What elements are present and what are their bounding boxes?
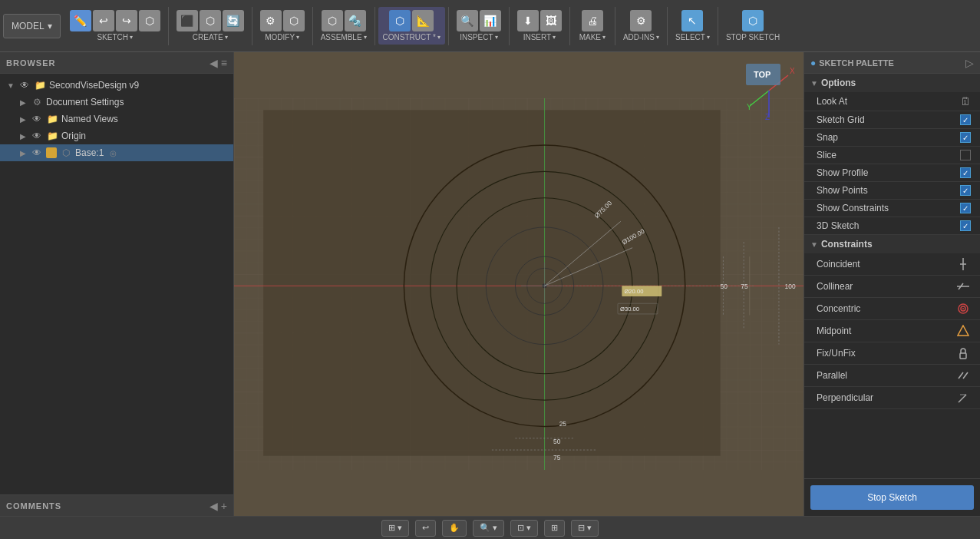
comments-collapse-icon[interactable]: ◀ [210,500,218,512]
palette-midpoint[interactable]: Midpoint [804,320,980,342]
toolbar-create[interactable]: ⬛ ⬡ 🔄 CREATE ▾ [172,7,249,45]
sketch-grid-checkbox[interactable] [960,114,971,125]
palette-3d-sketch[interactable]: 3D Sketch [804,217,980,235]
toolbar-sketch[interactable]: ✏️ ↩ ↪ ⬡ SKETCH ▾ [65,7,165,45]
model-dropdown[interactable]: MODEL ▾ [3,14,61,38]
palette-show-points[interactable]: Show Points [804,182,980,200]
view-cube[interactable]: X Y Z TOP [742,60,796,121]
svg-rect-3 [263,110,720,455]
tree-container: ▼ 👁 📁 SecondViseDesign v9 ▶ ⚙ Document S… [0,74,233,494]
comments-expand-icon[interactable]: + [221,500,227,512]
palette-collinear[interactable]: Collinear [804,276,980,298]
grid-btn[interactable]: ⊞ [544,520,565,537]
toolbar-inspect-label: INSPECT ▾ [460,33,497,41]
toolbar-addins-icons: ⚙ [630,10,652,31]
palette-fix-unfix[interactable]: Fix/UnFix [804,342,980,365]
palette-perpendicular[interactable]: Perpendicular [804,387,980,409]
midpoint-label: Midpoint [817,326,851,336]
pan-btn[interactable]: ✋ [442,520,467,537]
toolbar-construct-label: CONSTRUCT * ▾ [383,33,441,41]
toolbar-sketch-icons: ✏️ ↩ ↪ ⬡ [70,10,160,31]
toolbar-modify[interactable]: ⚙ ⬡ MODIFY ▾ [256,7,309,45]
display-btn[interactable]: ⊡ ▾ [510,520,538,537]
browser-header-icons: ◀ ≡ [210,57,227,69]
svg-text:X: X [790,67,795,75]
toolbar-insert[interactable]: ⬇ 🖼 INSERT ▾ [513,7,566,45]
palette-show-profile[interactable]: Show Profile [804,164,980,182]
sidebar: BROWSER ◀ ≡ ▼ 👁 📁 SecondViseDesign v9 ▶ … [0,52,234,516]
show-profile-checkbox[interactable] [960,167,971,178]
pan-icon: ✋ [449,523,460,533]
constraints-section: ▼ Constraints Coincident Collinear Conce… [804,235,980,409]
inspect-icon2: 📊 [480,10,501,31]
canvas-area[interactable]: Ø75.00 Ø100.00 Ø20.00 Ø30.00 50 75 100 [234,52,803,516]
tree-origin[interactable]: ▶ 👁 📁 Origin [0,127,233,144]
perpendicular-label: Perpendicular [817,392,873,403]
dim-50-bottom: 50 [553,438,561,445]
zoom-arrow: ▾ [493,523,497,533]
constraints-section-header[interactable]: ▼ Constraints [804,235,980,253]
display-arrow: ▾ [526,523,531,533]
model-arrow: ▾ [48,21,52,31]
sep9 [667,7,668,45]
origin-folder-icon: 📁 [46,130,58,142]
doc-arrow: ▶ [18,98,28,107]
toolbar-construct[interactable]: ⬡ 📐 CONSTRUCT * ▾ [378,7,445,45]
toolbar-select[interactable]: ↖ SELECT ▾ [671,7,714,45]
3d-sketch-checkbox[interactable] [960,220,971,231]
toolbar-make-label: MAKE ▾ [579,33,605,41]
zoom-btn[interactable]: 🔍 ▾ [473,520,504,537]
palette-parallel[interactable]: Parallel [804,365,980,387]
grid2-btn[interactable]: ⊟ ▾ [571,520,599,537]
show-points-checkbox[interactable] [960,185,971,196]
show-points-label: Show Points [817,185,868,196]
palette-snap[interactable]: Snap [804,129,980,147]
assemble-icon2: 🔩 [345,10,366,31]
svg-point-32 [962,308,964,309]
palette-slice[interactable]: Slice [804,147,980,164]
snap-label: Snap [817,132,838,143]
toolbar-addins[interactable]: ⚙ ADD-INS ▾ [619,7,664,45]
palette-header-left: ● SKETCH PALETTE [810,58,894,68]
fix-unfix-label: Fix/UnFix [817,348,856,359]
tree-root[interactable]: ▼ 👁 📁 SecondViseDesign v9 [0,77,233,94]
show-constraints-checkbox[interactable] [960,203,971,213]
toolbar-modify-label: MODIFY ▾ [265,33,299,41]
midpoint-icon [955,323,971,339]
slice-checkbox[interactable] [960,150,971,160]
tree-base1[interactable]: ▶ 👁 ⬡ Base:1 ◎ [0,144,233,161]
palette-sketch-grid[interactable]: Sketch Grid [804,111,980,129]
options-section-header[interactable]: ▼ Options [804,74,980,92]
toolbar-make[interactable]: 🖨 MAKE ▾ [573,7,612,45]
calendar-icon: 🗓 [960,95,971,107]
base-arrow: ▶ [18,148,28,157]
grid2-icon: ⊟ [578,523,585,533]
insert-icon: ⬇ [517,10,539,31]
grid-icon: ⊞ [551,523,558,533]
options-arrow: ▼ [810,79,818,88]
stop-sketch-button[interactable]: Stop Sketch [810,485,974,510]
snap-toggle-icon: ⊞ [388,523,395,533]
undo-btn[interactable]: ↩ [415,520,436,537]
toolbar-stopsketch-icons: ⬡ [742,10,764,31]
comments-title: COMMENTS [6,501,61,511]
toolbar-assemble-label: ASSEMBLE ▾ [321,33,367,41]
toolbar-assemble[interactable]: ⬡ 🔩 ASSEMBLE ▾ [316,7,371,45]
toolbar-inspect[interactable]: 🔍 📊 INSPECT ▾ [452,7,506,45]
svg-text:Y: Y [747,103,752,111]
palette-expand-icon[interactable]: ▷ [965,57,974,69]
palette-concentric[interactable]: Concentric [804,298,980,320]
palette-coincident[interactable]: Coincident [804,253,980,276]
sketch-icon: ✏️ [70,10,91,31]
snap-checkbox[interactable] [960,132,971,143]
toolbar-inspect-icons: 🔍 📊 [457,10,501,31]
tree-named-views[interactable]: ▶ 👁 📁 Named Views [0,111,233,127]
toolbar-construct-icons: ⬡ 📐 [389,10,434,31]
tree-document-settings[interactable]: ▶ ⚙ Document Settings [0,94,233,111]
browser-expand-icon[interactable]: ≡ [221,57,227,69]
palette-show-constraints[interactable]: Show Constraints [804,200,980,217]
browser-collapse-icon[interactable]: ◀ [210,57,218,69]
toolbar-stopsketch[interactable]: ⬡ STOP SKETCH [721,7,784,45]
palette-look-at[interactable]: Look At 🗓 [804,92,980,111]
snap-toggle-btn[interactable]: ⊞ ▾ [381,520,409,537]
